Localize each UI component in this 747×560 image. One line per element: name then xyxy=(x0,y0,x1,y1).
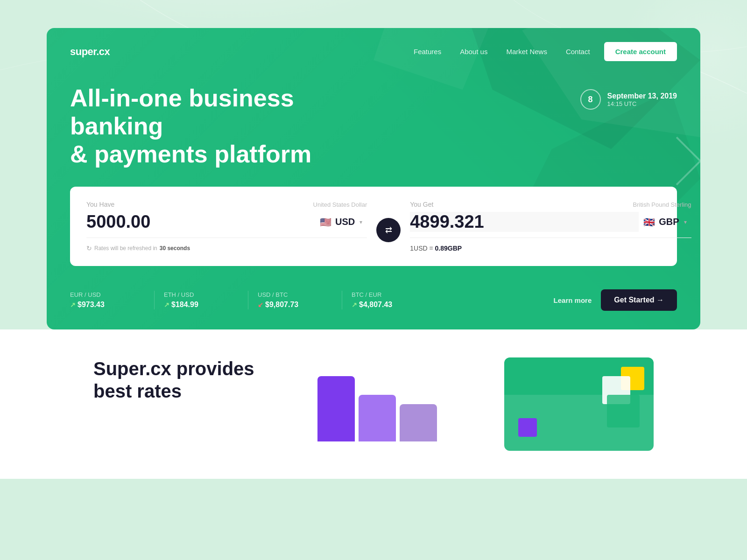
ticker-pair-3: BTC / EUR xyxy=(352,291,426,298)
to-input-row: 🇬🇧 GBP ▾ xyxy=(410,212,691,238)
nav-link-news[interactable]: Market News xyxy=(506,48,547,56)
date-widget: 8 September 13, 2019 14:15 UTC xyxy=(580,89,677,110)
ticker-btc-eur: BTC / EUR ↗ $4,807.43 xyxy=(352,291,426,309)
green-square xyxy=(607,395,640,427)
bar-chart xyxy=(282,376,476,441)
ticker-price-1: ↗ $184.99 xyxy=(164,301,239,309)
converter-right: You Get British Pound Sterling 🇬🇧 GBP ▾ … xyxy=(410,201,691,252)
rate-note: 1USD = 0.89GBP xyxy=(410,245,691,252)
right-visual xyxy=(504,357,654,451)
below-title: Super.cx provides best rates xyxy=(93,357,254,402)
ticker-sep-0 xyxy=(154,291,155,309)
refresh-note: ↻ Rates will be refreshed in 30 seconds xyxy=(86,245,367,252)
swap-button[interactable]: ⇄ xyxy=(376,218,401,242)
ticker-sep-2 xyxy=(342,291,342,309)
arrow-up-0: ↗ xyxy=(70,301,76,308)
to-currency-code: GBP xyxy=(659,217,679,227)
ticker-price-3: ↗ $4,807.43 xyxy=(352,301,426,309)
date-day-circle: 8 xyxy=(580,89,601,110)
converter-row: You Have United States Dollar 🇺🇸 USD ▾ ↻ xyxy=(86,201,661,252)
you-get-label: You Get xyxy=(410,201,433,208)
ticker-pair-0: EUR / USD xyxy=(70,291,145,298)
nav-link-contact[interactable]: Contact xyxy=(566,48,590,56)
arrow-up-1: ↗ xyxy=(164,301,169,308)
create-account-button[interactable]: Create account xyxy=(604,42,677,61)
date-text: September 13, 2019 14:15 UTC xyxy=(607,92,677,107)
ticker-price-0: ↗ $973.43 xyxy=(70,301,145,309)
from-currency-code: USD xyxy=(335,217,355,227)
from-flag: 🇺🇸 xyxy=(320,217,331,228)
from-amount-input[interactable] xyxy=(86,212,315,232)
nav-link-about[interactable]: About us xyxy=(460,48,487,56)
ticker-usd-btc: USD / BTC ↙ $9,807.73 xyxy=(258,291,332,309)
swap-icon: ⇄ xyxy=(385,225,392,235)
hero-title: All-in-one business banking & payments p… xyxy=(70,84,327,168)
ticker-pair-2: USD / BTC xyxy=(258,291,332,298)
currency-converter: You Have United States Dollar 🇺🇸 USD ▾ ↻ xyxy=(70,187,677,266)
hero-section: All-in-one business banking & payments p… xyxy=(47,75,700,187)
arrow-down-2: ↙ xyxy=(258,301,263,308)
ticker-pair-1: ETH / USD xyxy=(164,291,239,298)
you-have-label: You Have xyxy=(86,201,114,208)
nav-link-features[interactable]: Features xyxy=(414,48,441,56)
to-flag: 🇬🇧 xyxy=(643,217,655,228)
from-currency-label: United States Dollar xyxy=(313,201,367,208)
nav-links: Features About us Market News Contact xyxy=(414,48,590,56)
logo: super.cx xyxy=(70,46,110,58)
ticker-sep-1 xyxy=(248,291,248,309)
below-text: Super.cx provides best rates xyxy=(93,357,254,402)
to-currency-chevron: ▾ xyxy=(684,219,687,225)
from-input-row: 🇺🇸 USD ▾ xyxy=(86,212,367,238)
purple-square xyxy=(518,418,537,437)
get-started-button[interactable]: Get Started → xyxy=(601,289,677,311)
navigation: super.cx Features About us Market News C… xyxy=(47,28,700,75)
below-content: Super.cx provides best rates xyxy=(93,357,654,451)
from-currency-select[interactable]: 🇺🇸 USD ▾ xyxy=(315,213,367,231)
to-amount-input[interactable] xyxy=(410,212,639,232)
white-section: Super.cx provides best rates xyxy=(0,329,747,479)
ticker-eur-usd: EUR / USD ↗ $973.43 xyxy=(70,291,145,309)
learn-more-button[interactable]: Learn more xyxy=(554,296,592,304)
ticker-price-2: ↙ $9,807.73 xyxy=(258,301,332,309)
to-currency-label: British Pound Sterling xyxy=(633,201,691,208)
arrow-up-3: ↗ xyxy=(352,301,357,308)
converter-left: You Have United States Dollar 🇺🇸 USD ▾ ↻ xyxy=(86,201,367,252)
to-currency-select[interactable]: 🇬🇧 GBP ▾ xyxy=(639,213,691,231)
market-tickers: EUR / USD ↗ $973.43 ETH / USD ↗ $184.99 … xyxy=(47,280,700,329)
ticker-eth-usd: ETH / USD ↗ $184.99 xyxy=(164,291,239,309)
from-currency-chevron: ▾ xyxy=(359,219,362,225)
